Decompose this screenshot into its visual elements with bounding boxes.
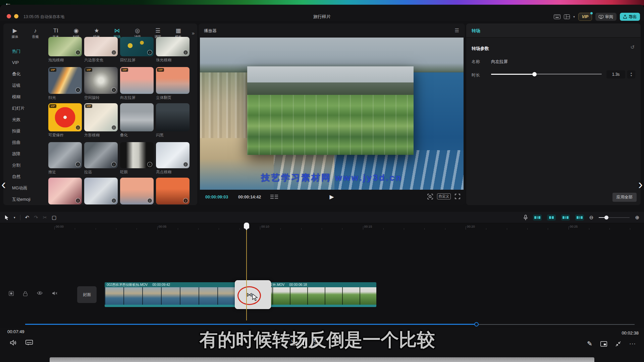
category-item-13[interactable]: MG动画: [3, 182, 45, 194]
shortcut-keyboard-icon[interactable]: [554, 14, 560, 19]
edit-notes-icon[interactable]: ✎: [587, 340, 592, 348]
volume-icon[interactable]: [10, 340, 17, 346]
forward-30-button[interactable]: ↻30: [314, 339, 318, 346]
timeline-zoom-in-icon[interactable]: ⊕: [635, 215, 639, 221]
category-item-7[interactable]: 光效: [3, 114, 45, 125]
link-clips-toggle[interactable]: [561, 215, 570, 221]
auto-snap-toggle[interactable]: [547, 215, 556, 221]
transition-thumbnail[interactable]: VIP↓: [48, 67, 82, 94]
transition-thumbnail[interactable]: VIP↓: [84, 103, 118, 131]
transition-thumbnail[interactable]: VIP: [120, 67, 154, 94]
toolbar-tab-icon: ♪: [34, 28, 37, 34]
zoom-fit-icon[interactable]: [427, 194, 433, 199]
dual-view-icon[interactable]: [270, 195, 278, 199]
export-button[interactable]: 导出: [620, 13, 640, 21]
back-icon[interactable]: ←: [5, 0, 11, 7]
reset-icon[interactable]: ↺: [630, 44, 635, 50]
transition-thumbnail[interactable]: ↓: [156, 178, 190, 204]
duration-slider[interactable]: [491, 72, 602, 76]
timeline-clip-2[interactable]: 001高铁窗外.MOV00:00:06:18: [255, 282, 376, 307]
pause-button[interactable]: [303, 340, 306, 345]
category-item-14[interactable]: 互动emoji: [3, 194, 45, 205]
preview-axis-toggle[interactable]: [575, 215, 584, 221]
split-icon[interactable]: ✂: [43, 215, 47, 221]
vip-badge: VIP: [85, 68, 92, 72]
transition-thumbnail[interactable]: ↓: [48, 178, 82, 204]
player-menu-icon[interactable]: ☰: [455, 27, 460, 34]
next-chevron-icon[interactable]: ›: [638, 177, 643, 192]
ruler-tick: [75, 228, 75, 230]
hide-track-icon[interactable]: [37, 291, 43, 295]
inspector-tab-transition[interactable]: 转场: [472, 28, 480, 34]
video-progress-knob[interactable]: [474, 322, 479, 326]
category-item-3[interactable]: 叠化: [3, 68, 45, 80]
transition-thumbnail[interactable]: VIP↓: [48, 103, 82, 131]
record-voiceover-icon[interactable]: [524, 215, 528, 221]
transition-thumbnail[interactable]: [120, 103, 154, 131]
transition-thumbnail[interactable]: VIP: [156, 67, 190, 94]
prev-chevron-icon[interactable]: ‹: [1, 177, 6, 192]
category-item-8[interactable]: 拍摄: [3, 125, 45, 137]
category-item-9[interactable]: 扭曲: [3, 137, 45, 148]
duration-stepper[interactable]: ▲▼: [627, 70, 635, 78]
transition-thumbnail[interactable]: ↓: [156, 142, 190, 168]
transition-thumbnail[interactable]: [156, 103, 190, 131]
transition-thumbnail[interactable]: ↓: [120, 178, 154, 204]
category-item-10[interactable]: 故障: [3, 148, 45, 160]
category-item-2[interactable]: VIP: [3, 57, 45, 68]
category-item-5[interactable]: 模糊: [3, 91, 45, 103]
duration-value[interactable]: 1.3s: [606, 70, 625, 78]
toolbar-tab-2[interactable]: ♪音频: [25, 25, 46, 42]
category-item-1[interactable]: 热门: [3, 46, 45, 57]
toolbar-more-icon[interactable]: »: [192, 30, 195, 36]
select-tool-dropdown-icon[interactable]: ▾: [14, 216, 15, 219]
transition-thumbnail[interactable]: ↓: [48, 142, 82, 168]
asset-panel: ▶媒体♪音频TI文本◉贴纸★特效⋈转场◎滤镜☰调节▦模板 » 热门VIP叠化运镜…: [3, 23, 197, 205]
select-tool-icon[interactable]: [5, 215, 9, 220]
transition-thumbnail[interactable]: ↓: [84, 178, 118, 204]
toolbar-tab-1[interactable]: ▶媒体: [5, 25, 25, 42]
layout-switch-icon[interactable]: [564, 14, 570, 19]
cover-button[interactable]: 封面: [77, 286, 97, 303]
undo-icon[interactable]: ↶: [25, 215, 30, 221]
duration-slider-handle[interactable]: [532, 72, 537, 76]
transition-thumbnail[interactable]: ↓: [120, 37, 154, 56]
vip-button[interactable]: VIP: [578, 13, 592, 21]
delete-icon[interactable]: ▢: [52, 215, 56, 221]
transition-thumbnail[interactable]: ↓: [84, 37, 118, 56]
pip-icon[interactable]: [600, 341, 607, 347]
redo-icon[interactable]: ↷: [34, 215, 38, 221]
video-progress-bar[interactable]: [25, 324, 635, 325]
lock-track-icon[interactable]: [23, 291, 28, 296]
mute-track-icon[interactable]: [52, 291, 57, 296]
category-item-4[interactable]: 运镜: [3, 80, 45, 91]
timeline-zoom-slider[interactable]: [599, 216, 630, 220]
subtitle-panel-icon[interactable]: [25, 340, 33, 346]
main-track-magnet-toggle[interactable]: [533, 215, 542, 221]
timeline-zoom-handle[interactable]: [604, 216, 608, 220]
timeline-playhead-handle[interactable]: [244, 223, 249, 229]
more-options-icon[interactable]: ···: [629, 341, 636, 347]
fullscreen-icon[interactable]: [455, 194, 460, 199]
transition-thumbnail[interactable]: VIP↓: [84, 67, 118, 94]
exit-fullscreen-icon[interactable]: [615, 341, 621, 347]
transition-thumbnail[interactable]: ↓: [120, 142, 154, 168]
play-button[interactable]: ▶: [329, 193, 334, 200]
category-item-12[interactable]: 自然: [3, 171, 45, 182]
transition-thumbnail[interactable]: ↓: [156, 37, 190, 56]
apply-all-button[interactable]: 应用全部: [612, 193, 637, 202]
scale-mode-button[interactable]: 自定义: [437, 193, 451, 199]
collapse-track-icon[interactable]: [9, 291, 14, 296]
rewind-10-button[interactable]: ↺10: [291, 339, 296, 346]
transition-thumbnail[interactable]: ↓: [48, 37, 82, 56]
layout-dropdown-icon[interactable]: ▾: [573, 15, 575, 18]
category-item-6[interactable]: 幻灯片: [3, 103, 45, 114]
screen: ← 13:05:05 自动保存本地 旅行样片 ▾ VIP 审阅: [0, 0, 644, 362]
transition-thumbnail[interactable]: ↓: [84, 142, 118, 168]
toolbar-tab-label: 媒体: [11, 35, 18, 39]
category-item-11[interactable]: 分割: [3, 160, 45, 171]
timeline-zoom-out-icon[interactable]: ⊖: [589, 215, 594, 221]
review-button[interactable]: 审阅: [595, 13, 616, 21]
timeline-clip-1[interactable]: 002西班牙西切斯航拍.MOV00:00:09:42: [105, 282, 255, 307]
timeline-ruler[interactable]: 00:0000:0500:1000:1500:2000:25: [0, 223, 644, 231]
